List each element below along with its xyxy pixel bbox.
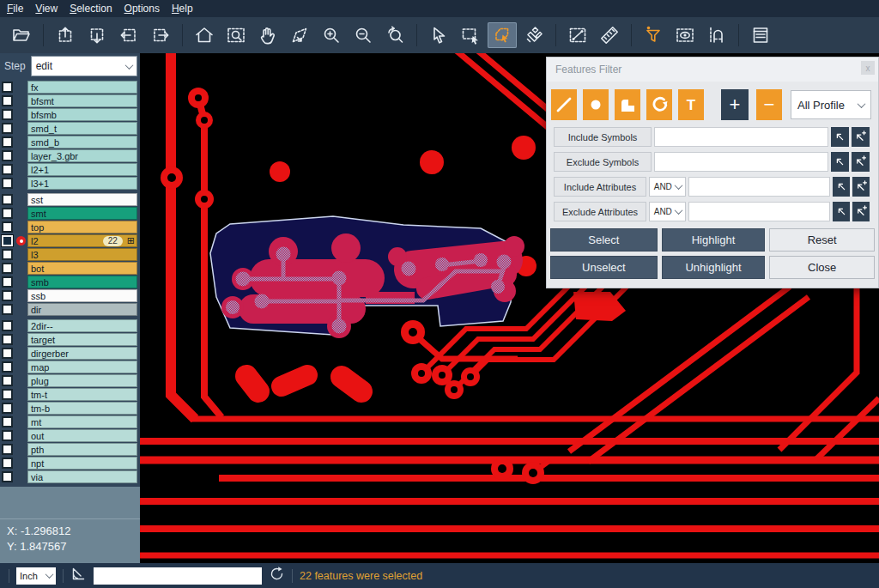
layer-visibility-checkbox[interactable] bbox=[2, 416, 13, 427]
pad-filter-button[interactable] bbox=[583, 89, 609, 120]
layer-row-via[interactable]: via bbox=[0, 470, 140, 483]
layers-panel-button[interactable] bbox=[746, 22, 775, 48]
step-select[interactable]: edit bbox=[31, 56, 137, 76]
layer-row-out[interactable]: out bbox=[0, 429, 140, 442]
layer-row-npt[interactable]: npt bbox=[0, 457, 140, 470]
pan-button[interactable] bbox=[253, 22, 282, 48]
select-polygon-button[interactable] bbox=[488, 22, 517, 48]
layer-name[interactable]: 2dir-- bbox=[27, 319, 137, 332]
layer-row-tm-t[interactable]: tm-t bbox=[0, 388, 140, 401]
layer-row-layer_3.gbr[interactable]: layer_3.gbr bbox=[0, 149, 140, 162]
reset-button[interactable]: Reset bbox=[769, 228, 875, 252]
remove-profile-button[interactable]: − bbox=[756, 89, 782, 120]
layer-name[interactable]: l3+1 bbox=[27, 177, 137, 190]
layer-visibility-checkbox[interactable] bbox=[2, 276, 13, 288]
logic-select[interactable]: AND bbox=[649, 177, 686, 197]
exclude-attributes-button[interactable]: Exclude Attributes bbox=[554, 202, 646, 221]
select-cursor-button[interactable] bbox=[424, 22, 453, 48]
include-symbols-input[interactable] bbox=[654, 127, 828, 147]
add-profile-button[interactable]: + bbox=[721, 89, 749, 120]
pick-from-canvas-button[interactable] bbox=[831, 127, 849, 147]
layer-visibility-checkbox[interactable] bbox=[2, 150, 13, 161]
select-button[interactable]: Select bbox=[550, 228, 658, 252]
layer-name[interactable]: mt bbox=[27, 415, 137, 428]
layer-name[interactable]: pth bbox=[27, 443, 137, 456]
menu-item-file[interactable]: File bbox=[7, 3, 23, 15]
layer-visibility-checkbox[interactable] bbox=[2, 334, 13, 345]
layer-name[interactable]: bot bbox=[27, 262, 137, 275]
layer-name[interactable]: npt bbox=[27, 457, 137, 470]
layer-name[interactable]: layer_3.gbr bbox=[27, 149, 137, 162]
layer-row-dir[interactable]: dir bbox=[0, 303, 140, 316]
layer-visibility-checkbox[interactable] bbox=[2, 389, 13, 400]
menu-item-options[interactable]: Options bbox=[124, 3, 160, 15]
layer-visibility-checkbox[interactable] bbox=[2, 348, 13, 359]
angle-measure-icon[interactable] bbox=[70, 566, 87, 585]
layer-row-target[interactable]: target bbox=[0, 333, 140, 346]
layer-name[interactable]: l222⊞ bbox=[27, 234, 137, 247]
layer-row-top[interactable]: top bbox=[0, 221, 140, 233]
layer-visibility-checkbox[interactable] bbox=[2, 208, 13, 219]
layer-row-plug[interactable]: plug bbox=[0, 374, 140, 387]
layer-visibility-checkbox[interactable] bbox=[2, 375, 13, 386]
snap-button[interactable] bbox=[702, 22, 731, 48]
layer-row-dirgerber[interactable]: dirgerber bbox=[0, 347, 140, 360]
layer-name[interactable]: tm-b bbox=[27, 402, 137, 415]
profile-select[interactable]: All Profile bbox=[791, 90, 871, 119]
exclude-symbols-input[interactable] bbox=[654, 152, 828, 172]
include-attributes-input[interactable] bbox=[688, 177, 830, 197]
layer-name[interactable]: l3 bbox=[27, 248, 137, 261]
layer-visibility-checkbox[interactable] bbox=[2, 235, 13, 246]
layer-name[interactable]: l2+1 bbox=[27, 163, 137, 176]
layer-visibility-checkbox[interactable] bbox=[2, 403, 13, 414]
layer-row-pth[interactable]: pth bbox=[0, 443, 140, 456]
layer-name[interactable]: smt bbox=[27, 207, 137, 220]
layer-name[interactable]: sst bbox=[27, 193, 137, 206]
layer-row-l2+1[interactable]: l2+1 bbox=[0, 163, 140, 176]
pick-add-from-canvas-button[interactable] bbox=[852, 152, 870, 172]
layer-name[interactable]: fx bbox=[27, 81, 137, 94]
unit-select[interactable]: Inch bbox=[16, 567, 56, 585]
layer-name[interactable]: dir bbox=[27, 303, 137, 316]
layer-row-l3[interactable]: l3 bbox=[0, 248, 140, 261]
select-rect-button[interactable] bbox=[456, 22, 485, 48]
layer-row-bot[interactable]: bot bbox=[0, 262, 140, 275]
zoom-window-button[interactable] bbox=[221, 22, 251, 48]
layer-row-smd_b[interactable]: smd_b bbox=[0, 136, 140, 149]
close-button[interactable]: Close bbox=[769, 256, 875, 279]
layer-visibility-checkbox[interactable] bbox=[2, 458, 13, 469]
pick-add-from-canvas-button[interactable] bbox=[852, 177, 870, 197]
command-input[interactable] bbox=[94, 567, 262, 585]
layer-name[interactable]: tm-t bbox=[27, 388, 137, 401]
pcb-canvas[interactable]: Features Filter x T + − All Profile Incl… bbox=[140, 53, 879, 563]
layer-visibility-checkbox[interactable] bbox=[2, 95, 13, 106]
include-symbols-button[interactable]: Include Symbols bbox=[554, 127, 652, 147]
layer-visibility-checkbox[interactable] bbox=[2, 109, 13, 120]
layer-name[interactable]: top bbox=[27, 221, 137, 233]
menu-item-view[interactable]: View bbox=[35, 3, 58, 15]
layer-visibility-checkbox[interactable] bbox=[2, 263, 13, 274]
move-up-button[interactable] bbox=[51, 22, 80, 48]
pick-from-canvas-button[interactable] bbox=[831, 152, 849, 172]
layer-visibility-checkbox[interactable] bbox=[2, 430, 13, 441]
layer-row-bfsmb[interactable]: bfsmb bbox=[0, 108, 140, 121]
layer-row-smd_t[interactable]: smd_t bbox=[0, 122, 140, 135]
layer-visibility-checkbox[interactable] bbox=[2, 164, 13, 175]
highlight-button[interactable]: Highlight bbox=[662, 228, 766, 252]
layer-row-smb[interactable]: smb bbox=[0, 276, 140, 288]
layer-row-map[interactable]: map bbox=[0, 361, 140, 373]
exclude-attributes-input[interactable] bbox=[688, 202, 830, 221]
filter-button[interactable] bbox=[639, 22, 668, 48]
layer-visibility-checkbox[interactable] bbox=[2, 249, 13, 260]
include-attributes-button[interactable]: Include Attributes bbox=[554, 177, 646, 197]
measure-button[interactable] bbox=[563, 22, 592, 48]
unselect-button[interactable]: Unselect bbox=[550, 256, 658, 279]
layer-row-l2[interactable]: l222⊞ bbox=[0, 234, 140, 247]
layer-name[interactable]: out bbox=[27, 429, 137, 442]
pick-add-from-canvas-button[interactable] bbox=[852, 202, 870, 221]
pick-from-canvas-button[interactable] bbox=[833, 177, 850, 197]
layer-visibility-checkbox[interactable] bbox=[2, 194, 13, 205]
zoom-previous-button[interactable] bbox=[380, 22, 409, 48]
layer-visibility-checkbox[interactable] bbox=[2, 221, 13, 233]
layer-visibility-checkbox[interactable] bbox=[2, 361, 13, 373]
